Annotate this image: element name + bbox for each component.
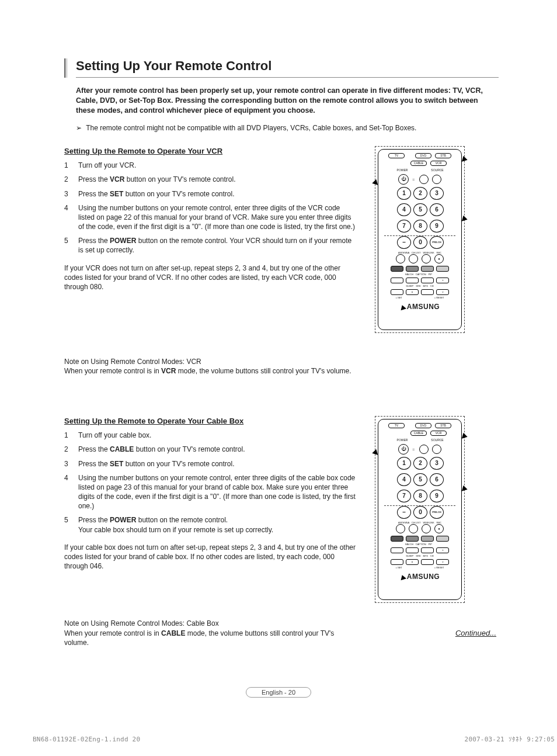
cable-step-3: 3Press the SET button on your TV's remot… [64,459,356,469]
cable-heading: Setting Up the Remote to Operate Your Ca… [64,416,356,426]
remote-vcr-button: VCR [430,161,447,166]
power-icon: ⏻ [398,174,409,185]
remote-tv-button: TV [388,153,405,158]
page-footer: English - 20 [0,687,557,698]
samsung-logo: AMSUNG [381,573,459,581]
cable-mode-note: Note on Using Remote Control Modes: Cabl… [64,619,356,647]
indesign-timestamp: 2007-03-21 ｿﾀﾈﾄ 9:27:05 [465,736,555,743]
power-icon: ⏻ [398,444,409,455]
cable-step-4: 4Using the number buttons on your remote… [64,473,356,511]
source-button [432,175,441,184]
vcr-fallback: If your VCR does not turn on after set-u… [64,263,356,292]
cable-fallback: If your cable box does not turn on after… [64,543,356,571]
vcr-mode-note: Note on Using Remote Control Modes: VCR … [64,357,356,376]
arrow-icon: ➢ [76,124,84,132]
number-pad: 1 2 3 4 5 6 7 8 9 – 0 PRE-CH [381,187,459,249]
cable-steps: 1Turn off your cable box. 2Press the CAB… [64,431,356,535]
cable-step-5: 5Press the POWER button on the remote co… [64,515,356,534]
remote-diagram-cable: TV DVD STB CABLE VCR POWER SOURCE [375,416,465,603]
page-title-wrap: Setting Up Your Remote Control [64,58,499,78]
continued-label: Continued... [455,629,496,637]
remote-dvd-button: DVD [415,153,431,158]
vcr-heading: Setting Up the Remote to Operate Your VC… [64,146,356,157]
cable-step-2: 2Press the CABLE button on your TV's rem… [64,445,356,454]
cable-step-1: 1Turn off your cable box. [64,431,356,440]
cable-section: Setting Up the Remote to Operate Your Ca… [64,416,499,654]
vcr-section: Setting Up the Remote to Operate Your VC… [64,146,499,383]
compatibility-note: ➢ The remote control might not be compat… [76,124,499,132]
vcr-step-4: 4Using the number buttons on your remote… [64,203,356,232]
vcr-steps: 1Turn off your VCR. 2Press the VCR butto… [64,161,356,255]
vcr-remote-diagram-column: TV DVD STB CABLE VCR POWER SOURCE [370,146,469,383]
indesign-filename: BN68-01192E-02Eng-1.indd 20 [33,736,140,743]
intro-paragraph: After your remote control has been prope… [76,86,499,116]
title-accent-bar [64,58,68,78]
remote-stb-button: STB [435,153,451,158]
clock-icon [419,175,429,184]
cable-remote-diagram-column: TV DVD STB CABLE VCR POWER SOURCE [370,416,469,654]
compatibility-note-text: The remote control might not be compatib… [86,124,416,132]
samsung-logo: AMSUNG [381,303,459,311]
vcr-text-column: Setting Up the Remote to Operate Your VC… [64,146,356,383]
page-number-badge: English - 20 [246,687,311,698]
vcr-step-5: 5Press the POWER button on the remote co… [64,236,356,255]
prech-button: PRE-CH [430,236,444,249]
manual-page: Setting Up Your Remote Control After you… [0,0,557,756]
remote-diagram-vcr: TV DVD STB CABLE VCR POWER SOURCE [375,146,465,333]
vcr-step-1: 1Turn off your VCR. [64,161,356,170]
page-title: Setting Up Your Remote Control [76,58,499,78]
vcr-step-2: 2Press the VCR button on your TV's remot… [64,175,356,184]
cable-text-column: Setting Up the Remote to Operate Your Ca… [64,416,356,654]
remote-cable-button: CABLE [410,161,427,166]
vcr-step-3: 3Press the SET button on your TV's remot… [64,189,356,199]
